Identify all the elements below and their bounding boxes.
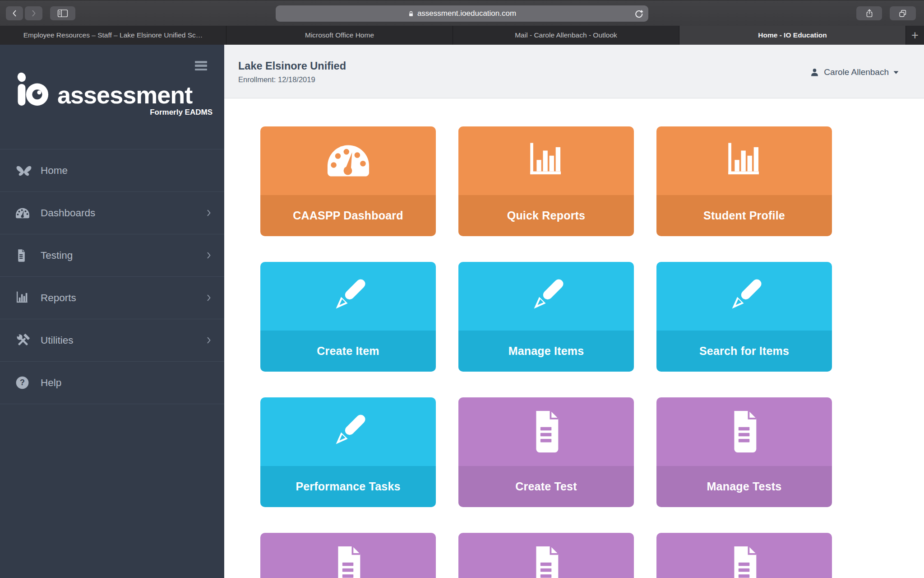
- sidebar-item-label: Dashboards: [41, 207, 95, 219]
- document-icon: [723, 408, 766, 456]
- document-icon: [525, 408, 568, 456]
- tile-partial[interactable]: [260, 533, 436, 578]
- tile-icon-area: [458, 533, 634, 578]
- enrollment-date: Enrollment: 12/18/2019: [238, 75, 315, 84]
- page-header: Lake Elsinore Unified Enrollment: 12/18/…: [224, 45, 924, 98]
- chevron-right-icon: [205, 294, 213, 302]
- tile-label-band: Manage Items: [458, 331, 634, 372]
- tools-icon: [15, 332, 31, 349]
- tile-label: Quick Reports: [507, 209, 585, 222]
- tile-icon-area: [458, 126, 634, 195]
- chevron-right-icon: [30, 9, 37, 17]
- sidebar-nav: HomeDashboardsTestingReportsUtilitiesHel…: [0, 149, 224, 404]
- tile-student-profile[interactable]: Student Profile: [656, 126, 832, 236]
- tile-partial[interactable]: [458, 533, 634, 578]
- tile-label: Search for Items: [699, 345, 789, 358]
- tile-icon-area: [458, 397, 634, 466]
- tile-label: Create Test: [515, 480, 577, 493]
- logo-brand: assessment: [57, 83, 192, 107]
- butterfly-icon: [15, 163, 33, 178]
- caret-down-icon: [893, 70, 899, 75]
- tile-label-band: Search for Items: [656, 331, 832, 372]
- tile-label-band: Student Profile: [656, 195, 832, 236]
- sidebar-toggle-button[interactable]: [50, 6, 75, 20]
- tile-icon-area: [656, 533, 832, 578]
- tile-caaspp-dashboard[interactable]: CAASPP Dashboard: [260, 126, 436, 236]
- tab-strip: Employee Resources – Staff – Lake Elsino…: [0, 26, 906, 45]
- document-icon: [327, 543, 370, 578]
- sidebar-item-label: Help: [41, 377, 61, 389]
- tile-grid: CAASPP DashboardQuick ReportsStudent Pro…: [260, 126, 832, 578]
- tile-icon-area: [656, 262, 832, 331]
- chevron-right-icon: [205, 336, 213, 344]
- browser-toolbar: assessment.ioeducation.com: [0, 0, 924, 26]
- tile-quick-reports[interactable]: Quick Reports: [458, 126, 634, 236]
- tile-label: CAASPP Dashboard: [293, 209, 403, 222]
- tile-icon-area: [656, 397, 832, 466]
- sidebar-item-label: Utilities: [41, 335, 74, 346]
- document-icon: [15, 248, 28, 263]
- tab-title: Mail - Carole Allenbach - Outlook: [515, 31, 617, 39]
- tab-overview-icon: [898, 9, 907, 18]
- tile-label-band: Manage Tests: [656, 466, 832, 507]
- tab-title: Home - IO Education: [758, 31, 827, 39]
- sidebar-item-utilities[interactable]: Utilities: [0, 319, 224, 362]
- sidebar-toggle-icon: [57, 9, 68, 18]
- app-logo: assessment Formerly EADMS: [15, 68, 213, 116]
- tile-search-for-items[interactable]: Search for Items: [656, 262, 832, 372]
- tab-title: Employee Resources – Staff – Lake Elsino…: [23, 31, 203, 39]
- browser-tab[interactable]: Home - IO Education: [679, 26, 906, 45]
- person-icon: [810, 68, 819, 77]
- sidebar-item-dashboards[interactable]: Dashboards: [0, 192, 224, 234]
- tile-label-band: Performance Tasks: [260, 466, 436, 507]
- sidebar-item-testing[interactable]: Testing: [0, 234, 224, 277]
- tile-partial[interactable]: [656, 533, 832, 578]
- chevron-left-icon: [11, 9, 18, 17]
- tile-label-band: Create Item: [260, 331, 436, 372]
- browser-tab[interactable]: Employee Resources – Staff – Lake Elsino…: [0, 26, 226, 45]
- back-button[interactable]: [6, 6, 23, 20]
- lock-icon: [408, 10, 414, 17]
- share-icon: [865, 9, 874, 18]
- address-bar[interactable]: assessment.ioeducation.com: [276, 5, 648, 22]
- gauge-icon: [324, 140, 372, 181]
- new-tab-button[interactable]: +: [906, 26, 924, 45]
- tile-icon-area: [458, 262, 634, 331]
- tile-label: Performance Tasks: [296, 480, 400, 493]
- tile-label-band: Quick Reports: [458, 195, 634, 236]
- sidebar-item-help[interactable]: Help: [0, 362, 224, 404]
- tile-icon-area: [656, 126, 832, 195]
- share-button[interactable]: [856, 6, 882, 20]
- bar-chart-icon: [525, 140, 568, 182]
- main-content: Lake Elsinore Unified Enrollment: 12/18/…: [224, 45, 924, 578]
- sidebar-item-label: Reports: [41, 292, 76, 304]
- io-logo-icon: [15, 69, 50, 107]
- tile-label: Manage Tests: [707, 480, 782, 493]
- document-icon: [525, 543, 568, 578]
- sidebar-item-home[interactable]: Home: [0, 149, 224, 192]
- forward-button[interactable]: [25, 6, 42, 20]
- tile-manage-tests[interactable]: Manage Tests: [656, 397, 832, 507]
- gauge-icon: [15, 206, 30, 220]
- tile-label-band: CAASPP Dashboard: [260, 195, 436, 236]
- help-icon: [15, 375, 30, 390]
- tile-performance-tasks[interactable]: Performance Tasks: [260, 397, 436, 507]
- browser-tab[interactable]: Microsoft Office Home: [226, 26, 453, 45]
- tile-create-item[interactable]: Create Item: [260, 262, 436, 372]
- tab-overview-button[interactable]: [890, 6, 916, 20]
- tile-label: Create Item: [317, 345, 379, 358]
- sidebar: assessment Formerly EADMS HomeDashboards…: [0, 45, 224, 578]
- browser-tab[interactable]: Mail - Carole Allenbach - Outlook: [453, 26, 679, 45]
- sidebar-item-reports[interactable]: Reports: [0, 277, 224, 319]
- tile-manage-items[interactable]: Manage Items: [458, 262, 634, 372]
- user-menu[interactable]: Carole Allenbach: [810, 67, 899, 77]
- pencil-icon: [523, 273, 569, 319]
- logo-tagline: Formerly EADMS: [150, 108, 213, 117]
- tile-create-test[interactable]: Create Test: [458, 397, 634, 507]
- url-text: assessment.ioeducation.com: [417, 9, 516, 18]
- tile-label-band: Create Test: [458, 466, 634, 507]
- tab-title: Microsoft Office Home: [305, 31, 374, 39]
- refresh-icon[interactable]: [634, 9, 644, 19]
- pencil-icon: [721, 273, 767, 319]
- tile-icon-area: [260, 397, 436, 466]
